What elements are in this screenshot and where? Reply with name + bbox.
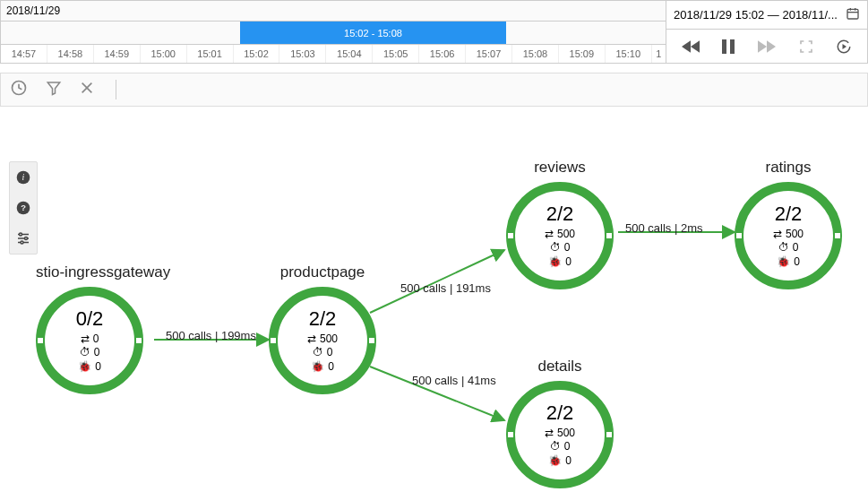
svg-marker-8 [758, 40, 767, 52]
calls-icon: ⇄ [545, 228, 554, 242]
timer-icon: ⏱ [550, 241, 561, 255]
bug-icon: 🐞 [777, 255, 790, 270]
node-calls: 500 [786, 228, 804, 242]
timeline-band[interactable]: 15:02 - 15:08 [1, 22, 666, 45]
node-productpage[interactable]: productpage 2/2 ⇄500 ⏱0 🐞0 [269, 263, 376, 394]
edge-label: 500 calls | 191ms [400, 281, 491, 295]
node-errors: 0 [565, 454, 572, 469]
filter-icon[interactable] [46, 80, 62, 99]
forward-button[interactable] [758, 39, 776, 54]
bug-icon: 🐞 [78, 360, 91, 375]
svg-marker-9 [767, 40, 776, 52]
timer-icon: ⏱ [80, 346, 90, 360]
calls-icon: ⇄ [307, 332, 316, 347]
node-latency: 0 [564, 440, 571, 454]
node-latency: 0 [94, 346, 100, 360]
svg-rect-6 [722, 39, 726, 54]
fullscreen-button[interactable] [799, 39, 813, 54]
node-gateway[interactable]: stio-ingressgateway 0/2 ⇄0 ⏱0 🐞0 [36, 263, 170, 394]
timeline-tick: 15:05 [373, 45, 419, 63]
node-calls: 500 [557, 427, 575, 441]
calls-icon: ⇄ [545, 427, 554, 441]
node-latency: 0 [564, 241, 571, 255]
timeline-tick: 15:03 [279, 45, 326, 63]
timeline-container: 2018/11/29 15:02 - 15:08 14:57 14:58 14:… [0, 0, 868, 64]
node-label: reviews [506, 159, 614, 177]
node-latency: 0 [793, 241, 799, 255]
node-label: ratings [735, 159, 842, 177]
live-button[interactable] [836, 39, 852, 55]
svg-marker-13 [47, 82, 60, 95]
node-details[interactable]: details 2/2 ⇄500 ⏱0 🐞0 [506, 358, 614, 488]
node-ratio: 2/2 [309, 307, 337, 331]
timeline-tick: 15:01 [187, 45, 234, 63]
pause-button[interactable] [722, 39, 735, 54]
calendar-icon[interactable] [846, 6, 860, 23]
edge-label: 500 calls | 199ms [166, 329, 256, 342]
timeline-tick: 15:07 [466, 45, 512, 63]
time-range-display[interactable]: 2018/11/29 15:02 — 2018/11/... [666, 1, 867, 30]
timeline-tick: 14:58 [47, 45, 94, 63]
node-label: productpage [269, 263, 376, 281]
svg-marker-5 [691, 40, 700, 52]
timeline-tick: 14:57 [1, 45, 47, 63]
close-icon[interactable] [80, 81, 94, 99]
node-errors: 0 [328, 360, 334, 375]
toolbar-divider [116, 80, 116, 99]
node-ratio: 2/2 [775, 203, 803, 226]
timeline-tick: 15:02 [234, 45, 280, 63]
node-reviews[interactable]: reviews 2/2 ⇄500 ⏱0 🐞0 [506, 159, 614, 289]
svg-marker-4 [682, 40, 691, 52]
timeline-tick: 1 [652, 45, 666, 63]
node-calls: 500 [557, 228, 575, 242]
timeline-tick: 15:00 [141, 45, 187, 63]
node-calls: 0 [93, 332, 99, 347]
time-range-text: 2018/11/29 15:02 — 2018/11/... [674, 8, 838, 22]
timeline-selection[interactable]: 15:02 - 15:08 [240, 22, 506, 44]
graph-toolbar [0, 73, 868, 107]
timer-icon: ⏱ [550, 440, 561, 454]
timer-icon: ⏱ [313, 346, 323, 360]
node-ratio: 2/2 [546, 203, 574, 226]
rewind-button[interactable] [682, 39, 700, 54]
timeline-tick: 15:10 [606, 45, 652, 63]
node-label: details [506, 358, 614, 375]
node-ratio: 0/2 [76, 307, 104, 331]
calls-icon: ⇄ [773, 228, 782, 242]
svg-rect-7 [730, 39, 735, 54]
bug-icon: 🐞 [548, 255, 562, 270]
node-errors: 0 [565, 255, 572, 270]
clock-icon[interactable] [10, 79, 28, 100]
node-ratio: 2/2 [546, 401, 574, 425]
node-label: stio-ingressgateway [36, 263, 170, 281]
bug-icon: 🐞 [548, 454, 562, 469]
node-errors: 0 [95, 360, 101, 375]
timeline-tick: 15:08 [512, 45, 559, 63]
svg-marker-11 [843, 44, 847, 49]
edge-label: 500 calls | 41ms [412, 374, 496, 387]
timeline-tick: 14:59 [94, 45, 141, 63]
node-latency: 0 [327, 346, 333, 360]
node-errors: 0 [794, 255, 800, 270]
timeline-ticks: 14:57 14:58 14:59 15:00 15:01 15:02 15:0… [1, 45, 666, 63]
bug-icon: 🐞 [311, 360, 324, 375]
timeline-tick: 15:09 [559, 45, 606, 63]
timeline-tick: 15:04 [326, 45, 373, 63]
timer-icon: ⏱ [778, 241, 789, 255]
service-graph[interactable]: 500 calls | 199ms 500 calls | 191ms 500 … [0, 107, 868, 492]
calls-icon: ⇄ [81, 332, 90, 347]
timeline-date: 2018/11/29 [1, 1, 666, 22]
edge-label: 500 calls | 2ms [625, 221, 702, 235]
svg-rect-0 [847, 9, 858, 19]
node-calls: 500 [320, 332, 338, 347]
node-ratings[interactable]: ratings 2/2 ⇄500 ⏱0 🐞0 [735, 159, 842, 289]
timeline-tick: 15:06 [419, 45, 466, 63]
